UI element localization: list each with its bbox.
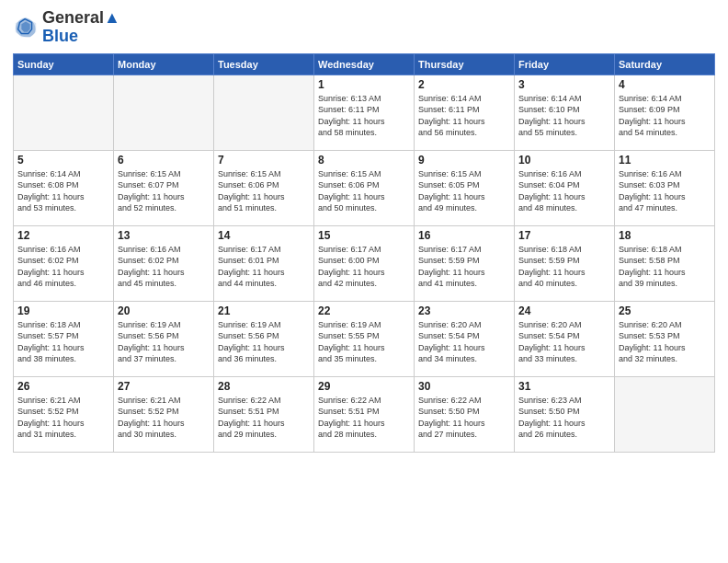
calendar-table: SundayMondayTuesdayWednesdayThursdayFrid…: [13, 53, 715, 453]
day-number: 9: [418, 154, 510, 167]
day-info: Sunrise: 6:14 AM Sunset: 6:08 PM Dayligh…: [17, 168, 109, 214]
day-number: 26: [17, 380, 109, 393]
day-cell: 9Sunrise: 6:15 AM Sunset: 6:05 PM Daylig…: [415, 150, 515, 225]
day-number: 31: [518, 380, 610, 393]
day-info: Sunrise: 6:13 AM Sunset: 6:11 PM Dayligh…: [318, 93, 410, 139]
day-number: 1: [318, 78, 410, 91]
day-number: 28: [218, 380, 310, 393]
column-header-friday: Friday: [515, 53, 615, 75]
week-row-4: 19Sunrise: 6:18 AM Sunset: 5:57 PM Dayli…: [14, 301, 715, 376]
day-number: 23: [418, 304, 510, 317]
day-cell: 17Sunrise: 6:18 AM Sunset: 5:59 PM Dayli…: [515, 225, 615, 301]
week-row-3: 12Sunrise: 6:16 AM Sunset: 6:02 PM Dayli…: [14, 225, 715, 301]
day-info: Sunrise: 6:20 AM Sunset: 5:53 PM Dayligh…: [619, 319, 711, 365]
day-info: Sunrise: 6:16 AM Sunset: 6:02 PM Dayligh…: [118, 244, 210, 290]
day-info: Sunrise: 6:23 AM Sunset: 5:50 PM Dayligh…: [518, 395, 610, 441]
day-cell: 16Sunrise: 6:17 AM Sunset: 5:59 PM Dayli…: [415, 225, 515, 301]
day-number: 6: [118, 154, 210, 167]
day-cell: 28Sunrise: 6:22 AM Sunset: 5:51 PM Dayli…: [214, 376, 314, 452]
calendar-header-row: SundayMondayTuesdayWednesdayThursdayFrid…: [14, 53, 715, 75]
day-info: Sunrise: 6:14 AM Sunset: 6:09 PM Dayligh…: [619, 93, 711, 139]
day-cell: 25Sunrise: 6:20 AM Sunset: 5:53 PM Dayli…: [615, 301, 715, 376]
day-cell: 21Sunrise: 6:19 AM Sunset: 5:56 PM Dayli…: [214, 301, 314, 376]
day-cell: 2Sunrise: 6:14 AM Sunset: 6:11 PM Daylig…: [415, 75, 515, 150]
day-info: Sunrise: 6:16 AM Sunset: 6:02 PM Dayligh…: [17, 244, 109, 290]
page: General▲ Blue SundayMondayTuesdayWednesd…: [0, 0, 728, 563]
day-cell: 7Sunrise: 6:15 AM Sunset: 6:06 PM Daylig…: [214, 150, 314, 225]
column-header-monday: Monday: [114, 53, 214, 75]
day-cell: 15Sunrise: 6:17 AM Sunset: 6:00 PM Dayli…: [314, 225, 415, 301]
day-info: Sunrise: 6:15 AM Sunset: 6:06 PM Dayligh…: [318, 168, 410, 214]
day-cell: 12Sunrise: 6:16 AM Sunset: 6:02 PM Dayli…: [14, 225, 114, 301]
logo-icon: [13, 15, 39, 40]
day-cell: 14Sunrise: 6:17 AM Sunset: 6:01 PM Dayli…: [214, 225, 314, 301]
day-info: Sunrise: 6:17 AM Sunset: 6:01 PM Dayligh…: [218, 244, 310, 290]
day-info: Sunrise: 6:19 AM Sunset: 5:56 PM Dayligh…: [118, 319, 210, 365]
column-header-wednesday: Wednesday: [314, 53, 415, 75]
day-cell: 20Sunrise: 6:19 AM Sunset: 5:56 PM Dayli…: [114, 301, 214, 376]
day-cell: 31Sunrise: 6:23 AM Sunset: 5:50 PM Dayli…: [515, 376, 615, 452]
day-info: Sunrise: 6:18 AM Sunset: 5:57 PM Dayligh…: [17, 319, 109, 365]
day-number: 19: [17, 304, 109, 317]
day-number: 11: [619, 154, 711, 167]
day-cell: 1Sunrise: 6:13 AM Sunset: 6:11 PM Daylig…: [314, 75, 415, 150]
day-cell: 22Sunrise: 6:19 AM Sunset: 5:55 PM Dayli…: [314, 301, 415, 376]
day-number: 24: [518, 304, 610, 317]
column-header-sunday: Sunday: [14, 53, 114, 75]
day-number: 17: [518, 229, 610, 242]
day-number: 8: [318, 154, 410, 167]
day-number: 25: [619, 304, 711, 317]
week-row-1: 1Sunrise: 6:13 AM Sunset: 6:11 PM Daylig…: [14, 75, 715, 150]
day-cell: 4Sunrise: 6:14 AM Sunset: 6:09 PM Daylig…: [615, 75, 715, 150]
column-header-tuesday: Tuesday: [214, 53, 314, 75]
day-info: Sunrise: 6:22 AM Sunset: 5:51 PM Dayligh…: [218, 395, 310, 441]
day-number: 18: [619, 229, 711, 242]
day-number: 4: [619, 78, 711, 91]
day-info: Sunrise: 6:17 AM Sunset: 6:00 PM Dayligh…: [318, 244, 410, 290]
day-cell: 18Sunrise: 6:18 AM Sunset: 5:58 PM Dayli…: [615, 225, 715, 301]
day-cell: 26Sunrise: 6:21 AM Sunset: 5:52 PM Dayli…: [14, 376, 114, 452]
day-cell: 24Sunrise: 6:20 AM Sunset: 5:54 PM Dayli…: [515, 301, 615, 376]
column-header-thursday: Thursday: [415, 53, 515, 75]
day-number: 30: [418, 380, 510, 393]
logo: General▲ Blue: [13, 9, 120, 46]
day-number: 7: [218, 154, 310, 167]
day-cell: 29Sunrise: 6:22 AM Sunset: 5:51 PM Dayli…: [314, 376, 415, 452]
calendar-body: 1Sunrise: 6:13 AM Sunset: 6:11 PM Daylig…: [14, 75, 715, 452]
day-number: 10: [518, 154, 610, 167]
day-info: Sunrise: 6:19 AM Sunset: 5:55 PM Dayligh…: [318, 319, 410, 365]
day-cell: 5Sunrise: 6:14 AM Sunset: 6:08 PM Daylig…: [14, 150, 114, 225]
day-cell: [615, 376, 715, 452]
day-info: Sunrise: 6:18 AM Sunset: 5:59 PM Dayligh…: [518, 244, 610, 290]
day-info: Sunrise: 6:17 AM Sunset: 5:59 PM Dayligh…: [418, 244, 510, 290]
day-cell: 23Sunrise: 6:20 AM Sunset: 5:54 PM Dayli…: [415, 301, 515, 376]
day-cell: [14, 75, 114, 150]
week-row-2: 5Sunrise: 6:14 AM Sunset: 6:08 PM Daylig…: [14, 150, 715, 225]
day-info: Sunrise: 6:21 AM Sunset: 5:52 PM Dayligh…: [118, 395, 210, 441]
day-number: 14: [218, 229, 310, 242]
day-cell: 27Sunrise: 6:21 AM Sunset: 5:52 PM Dayli…: [114, 376, 214, 452]
day-info: Sunrise: 6:16 AM Sunset: 6:04 PM Dayligh…: [518, 168, 610, 214]
column-header-saturday: Saturday: [615, 53, 715, 75]
day-number: 12: [17, 229, 109, 242]
day-cell: 11Sunrise: 6:16 AM Sunset: 6:03 PM Dayli…: [615, 150, 715, 225]
day-cell: 13Sunrise: 6:16 AM Sunset: 6:02 PM Dayli…: [114, 225, 214, 301]
day-number: 13: [118, 229, 210, 242]
day-info: Sunrise: 6:20 AM Sunset: 5:54 PM Dayligh…: [518, 319, 610, 365]
day-number: 2: [418, 78, 510, 91]
day-info: Sunrise: 6:21 AM Sunset: 5:52 PM Dayligh…: [17, 395, 109, 441]
week-row-5: 26Sunrise: 6:21 AM Sunset: 5:52 PM Dayli…: [14, 376, 715, 452]
logo-text: General▲ Blue: [42, 9, 120, 46]
day-info: Sunrise: 6:22 AM Sunset: 5:50 PM Dayligh…: [418, 395, 510, 441]
day-number: 22: [318, 304, 410, 317]
day-number: 5: [17, 154, 109, 167]
day-number: 29: [318, 380, 410, 393]
day-info: Sunrise: 6:15 AM Sunset: 6:06 PM Dayligh…: [218, 168, 310, 214]
day-cell: 8Sunrise: 6:15 AM Sunset: 6:06 PM Daylig…: [314, 150, 415, 225]
day-number: 3: [518, 78, 610, 91]
day-number: 21: [218, 304, 310, 317]
day-number: 20: [118, 304, 210, 317]
day-info: Sunrise: 6:20 AM Sunset: 5:54 PM Dayligh…: [418, 319, 510, 365]
day-info: Sunrise: 6:15 AM Sunset: 6:07 PM Dayligh…: [118, 168, 210, 214]
day-info: Sunrise: 6:14 AM Sunset: 6:11 PM Dayligh…: [418, 93, 510, 139]
